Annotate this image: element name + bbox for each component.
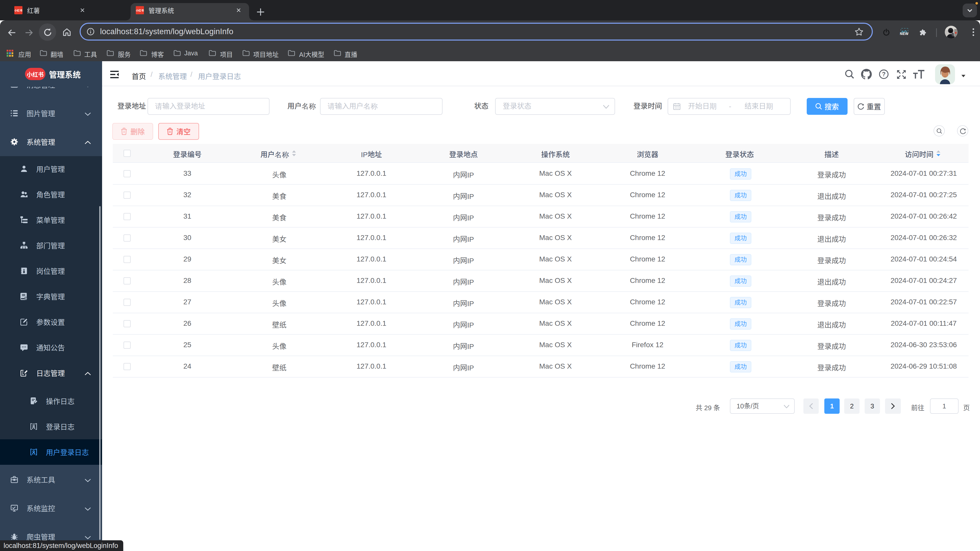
svg-text:?: ? [882,71,886,78]
